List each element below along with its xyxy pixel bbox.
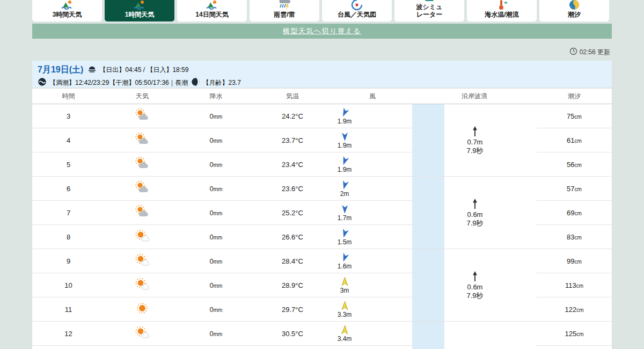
wave-cell — [412, 322, 537, 349]
wave-strip — [412, 249, 444, 321]
tab-label: 雨雲/雷 — [274, 11, 295, 18]
tab-label: 1時間天気 — [125, 11, 155, 18]
wave-strip — [412, 177, 444, 249]
tide-cell: 83cm — [537, 225, 612, 249]
tab-label: 海水温/潮流 — [485, 11, 518, 18]
rain-lightning-icon — [278, 0, 291, 11]
wind-speed-label: 1.9m — [338, 142, 352, 149]
tab-0[interactable]: 3時間天気 — [32, 0, 102, 21]
update-time: 02:56 更新 — [569, 47, 610, 57]
wave-direction-icon — [471, 270, 479, 283]
wind-speed-label: 3.4m — [338, 335, 352, 343]
column-header: 潮汐 — [537, 89, 612, 104]
wave-height-label: 0.6m — [467, 283, 483, 292]
tab-4[interactable]: 台風／天気図 — [322, 0, 392, 21]
scenic-icon — [206, 0, 218, 11]
precip-cell: 0mm — [180, 225, 252, 249]
sunrise-sunset-label: 【日出】04:45 / 【日入】18:59 — [99, 66, 188, 75]
weather-cell — [105, 322, 180, 346]
hour-cell: 8 — [32, 225, 105, 249]
tab-1[interactable]: 1時間天気 — [105, 0, 174, 21]
tide-cell: 138cm — [537, 346, 612, 349]
hour-cell: 4 — [32, 128, 105, 152]
precip-cell: 0mm — [180, 128, 252, 152]
tide-cell: 69cm — [537, 201, 612, 225]
tab-2[interactable]: 14日間天気 — [177, 0, 247, 21]
wind-cell: 3m — [333, 273, 412, 297]
wind-cell: 3.4m — [333, 322, 412, 346]
moon-icon — [191, 77, 200, 89]
tide-icon — [568, 0, 581, 11]
precip-cell: 0mm — [180, 273, 252, 297]
clock-icon — [569, 47, 577, 57]
wave-period-label: 7.9秒 — [466, 292, 483, 300]
tab-5[interactable]: 波シミュ レーター — [394, 0, 464, 21]
wave-cell: 0.6m7.9秒 — [412, 177, 537, 249]
sun-cloud-gray-icon — [134, 164, 151, 172]
wind-cell: 1.7m — [333, 201, 412, 225]
wave-height-label: 0.6m — [467, 210, 483, 219]
switch-layout-link[interactable]: 横型天気へ切り替える — [283, 26, 361, 36]
column-header: 時間 — [32, 89, 105, 104]
precip-cell: 0mm — [180, 104, 252, 128]
tab-7[interactable]: 潮汐 — [539, 0, 609, 21]
hour-cell: 5 — [32, 152, 105, 177]
tab-3[interactable]: 雨雲/雷 — [250, 0, 319, 21]
temp-cell: 28.9°C — [252, 273, 333, 297]
precip-cell: 0mm — [180, 152, 252, 177]
sun-cloud-gray-icon — [134, 188, 151, 197]
date-label: 7月19日(土) — [38, 64, 83, 76]
wave-height-label: 0.7m — [467, 138, 483, 147]
day-header: 7月19日(土) 【日出】04:45 / 【日入】18:59 【満潮】12:42… — [32, 61, 612, 88]
weather-cell — [105, 225, 180, 249]
wind-speed-label: 1.7m — [338, 214, 352, 222]
weather-cell — [105, 177, 180, 201]
wind-cell: 1.6m — [333, 249, 412, 273]
wave-strip — [412, 104, 444, 176]
scenic-icon — [61, 0, 74, 11]
tab-label: 波シミュ レーター — [416, 4, 443, 18]
wave-direction-icon — [471, 198, 479, 210]
sun-cloud-white-icon — [134, 261, 151, 269]
weather-cell — [105, 128, 180, 152]
tide-cell: 57cm — [537, 177, 612, 201]
wind-speed-label: 3.3m — [338, 311, 352, 318]
wind-speed-label: 3m — [340, 287, 349, 294]
table-row: 90mm28.4°C1.6m0.6m7.9秒99cm — [32, 249, 612, 273]
table-row: 120mm30.5°C3.4m125cm — [32, 322, 612, 346]
tide-cell: 61cm — [537, 128, 612, 152]
precip-cell: 0mm — [180, 297, 252, 322]
weather-cell — [105, 297, 180, 322]
precip-cell: 0mm — [180, 322, 252, 346]
wave-cell: 0.6m7.9秒 — [412, 249, 537, 322]
hour-cell: 13 — [32, 346, 105, 349]
sun-cloud-white-icon — [134, 333, 151, 341]
sun-cloud-gray-icon — [134, 140, 151, 148]
wind-cell: 1.9m — [333, 128, 412, 152]
table-row: 60mm23.6°C2m0.6m7.9秒57cm — [32, 177, 612, 201]
hour-cell: 12 — [32, 322, 105, 346]
hour-cell: 7 — [32, 201, 105, 225]
scenic-icon — [133, 0, 146, 11]
wind-speed-label: 2m — [340, 190, 349, 198]
sun-cloud-white-icon — [134, 285, 151, 293]
column-header: 気温 — [252, 89, 333, 104]
switch-layout-banner: 横型天気へ切り替える — [32, 24, 612, 39]
update-time-label: 02:56 更新 — [580, 48, 610, 57]
hour-cell: 3 — [32, 104, 105, 128]
table-header-row: 時間天気降水気温風沿岸波浪潮汐 — [32, 89, 612, 104]
hour-cell: 9 — [32, 249, 105, 273]
weather-cell — [105, 346, 180, 349]
temp-cell: 29.7°C — [252, 297, 333, 322]
wind-cell: 1.5m — [333, 225, 412, 249]
wave-direction-icon — [471, 125, 479, 138]
wave-period-label: 7.9秒 — [466, 147, 483, 155]
column-header: 沿岸波浪 — [412, 89, 537, 104]
precip-cell: 0mm — [180, 177, 252, 201]
typhoon-icon — [350, 0, 363, 11]
tide-wave-icon — [38, 77, 47, 89]
temp-cell: 31.1°C — [252, 346, 333, 349]
wave-strip — [412, 322, 444, 349]
tab-6[interactable]: 海水温/潮流 — [467, 0, 537, 21]
temp-cell: 24.2°C — [252, 104, 333, 128]
